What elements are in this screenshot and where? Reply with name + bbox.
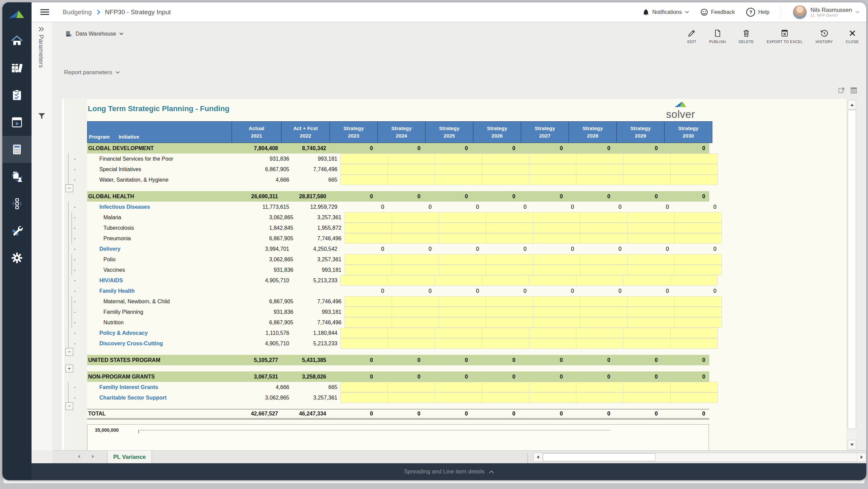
strategy-input-cell[interactable] — [623, 275, 671, 286]
breadcrumb-section[interactable]: Budgeting — [63, 8, 92, 16]
strategy-input-cell[interactable] — [435, 338, 482, 349]
publish-button[interactable]: PUBLISH — [709, 29, 726, 44]
strategy-input-cell[interactable] — [576, 392, 624, 403]
strategy-input-cell[interactable] — [529, 164, 576, 175]
strategy-input-cell[interactable] — [435, 164, 482, 175]
strategy-input-cell[interactable] — [580, 265, 628, 275]
details-drawer-toggle[interactable]: Spreading and Line item details — [32, 463, 866, 480]
strategy-input-cell[interactable] — [392, 317, 439, 328]
strategy-input-cell[interactable] — [482, 175, 529, 185]
edit-button[interactable]: EDIT — [687, 29, 696, 44]
strategy-input-cell[interactable] — [388, 164, 435, 175]
strategy-input-cell[interactable] — [623, 392, 671, 403]
strategy-input-cell[interactable] — [529, 154, 576, 164]
horizontal-scroll-thumb[interactable] — [543, 453, 655, 461]
strategy-input-cell[interactable] — [344, 265, 392, 275]
strategy-input-cell[interactable] — [340, 382, 388, 392]
sidebar-item-collaboration[interactable] — [2, 163, 32, 190]
vertical-scroll-thumb[interactable] — [848, 110, 856, 429]
strategy-input-cell[interactable] — [670, 275, 718, 286]
strategy-input-cell[interactable] — [580, 233, 628, 244]
strategy-input-cell[interactable] — [576, 154, 624, 164]
help-button[interactable]: ? Help — [746, 8, 769, 17]
strategy-input-cell[interactable] — [670, 154, 718, 164]
strategy-input-cell[interactable] — [580, 254, 628, 265]
strategy-input-cell[interactable] — [392, 212, 439, 223]
strategy-input-cell[interactable] — [482, 382, 529, 392]
strategy-input-cell[interactable] — [486, 254, 533, 265]
strategy-input-cell[interactable] — [580, 212, 628, 223]
strategy-input-cell[interactable] — [340, 175, 388, 185]
strategy-input-cell[interactable] — [344, 296, 392, 307]
strategy-input-cell[interactable] — [576, 164, 624, 175]
strategy-input-cell[interactable] — [576, 338, 624, 349]
strategy-input-cell[interactable] — [533, 307, 580, 317]
strategy-input-cell[interactable] — [340, 392, 388, 403]
strategy-input-cell[interactable] — [576, 328, 624, 338]
strategy-input-cell[interactable] — [580, 317, 628, 328]
strategy-input-cell[interactable] — [627, 233, 675, 244]
strategy-input-cell[interactable] — [344, 254, 392, 265]
strategy-input-cell[interactable] — [486, 317, 533, 328]
close-button[interactable]: CLOSE — [846, 29, 859, 44]
strategy-input-cell[interactable] — [623, 164, 671, 175]
strategy-input-cell[interactable] — [533, 212, 580, 223]
strategy-input-cell[interactable] — [486, 307, 533, 317]
strategy-input-cell[interactable] — [529, 392, 576, 403]
strategy-input-cell[interactable] — [533, 223, 580, 233]
strategy-input-cell[interactable] — [435, 392, 482, 403]
strategy-input-cell[interactable] — [340, 328, 388, 338]
strategy-input-cell[interactable] — [529, 275, 576, 286]
sidebar-item-budgeting[interactable] — [2, 136, 32, 163]
strategy-input-cell[interactable] — [576, 382, 624, 392]
strategy-input-cell[interactable] — [623, 328, 671, 338]
strategy-input-cell[interactable] — [674, 265, 722, 275]
strategy-input-cell[interactable] — [439, 265, 486, 275]
strategy-input-cell[interactable] — [482, 392, 529, 403]
filter-icon[interactable] — [38, 113, 53, 120]
strategy-input-cell[interactable] — [529, 175, 576, 185]
strategy-input-cell[interactable] — [388, 154, 435, 164]
strategy-input-cell[interactable] — [340, 338, 388, 349]
horizontal-scrollbar[interactable] — [533, 453, 866, 462]
grid-view-icon[interactable] — [850, 87, 857, 94]
strategy-input-cell[interactable] — [627, 307, 675, 317]
scroll-up-button[interactable] — [848, 100, 856, 109]
strategy-input-cell[interactable] — [388, 328, 435, 338]
strategy-input-cell[interactable] — [439, 317, 486, 328]
strategy-input-cell[interactable] — [533, 254, 580, 265]
strategy-input-cell[interactable] — [344, 307, 392, 317]
data-source-dropdown[interactable]: Data Warehouse — [65, 30, 123, 37]
strategy-input-cell[interactable] — [392, 265, 439, 275]
feedback-button[interactable]: Feedback — [701, 8, 735, 16]
strategy-input-cell[interactable] — [388, 175, 435, 185]
scroll-right-button[interactable] — [857, 453, 866, 461]
strategy-input-cell[interactable] — [482, 275, 529, 286]
strategy-input-cell[interactable] — [392, 223, 439, 233]
sidebar-item-reports[interactable] — [2, 109, 32, 136]
strategy-input-cell[interactable] — [486, 223, 533, 233]
strategy-input-cell[interactable] — [482, 328, 529, 338]
sidebar-item-home[interactable] — [2, 27, 32, 55]
vertical-scrollbar[interactable] — [847, 99, 856, 450]
strategy-input-cell[interactable] — [580, 223, 628, 233]
strategy-input-cell[interactable] — [627, 265, 675, 275]
strategy-input-cell[interactable] — [529, 338, 576, 349]
strategy-input-cell[interactable] — [670, 164, 718, 175]
strategy-input-cell[interactable] — [435, 175, 482, 185]
sidebar-item-library[interactable] — [2, 55, 32, 82]
strategy-input-cell[interactable] — [623, 175, 671, 185]
open-designer-icon[interactable] — [838, 87, 845, 94]
sidebar-item-workflow[interactable] — [2, 190, 32, 217]
strategy-input-cell[interactable] — [533, 296, 580, 307]
strategy-input-cell[interactable] — [392, 233, 439, 244]
scroll-left-button[interactable] — [534, 453, 542, 461]
strategy-input-cell[interactable] — [340, 154, 388, 164]
strategy-input-cell[interactable] — [344, 212, 392, 223]
strategy-input-cell[interactable] — [435, 328, 482, 338]
user-menu[interactable]: Nils Rasmussen 11. NFP DemO — [793, 5, 860, 19]
delete-button[interactable]: DELETE — [739, 29, 754, 44]
strategy-input-cell[interactable] — [674, 223, 722, 233]
menu-icon[interactable] — [40, 8, 49, 16]
strategy-input-cell[interactable] — [623, 154, 671, 164]
